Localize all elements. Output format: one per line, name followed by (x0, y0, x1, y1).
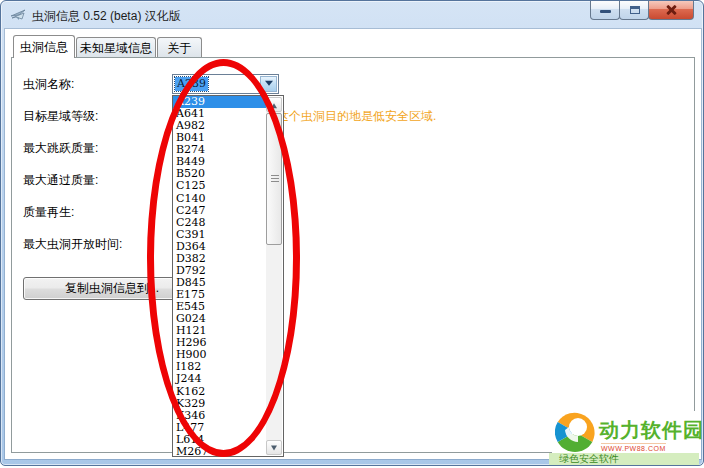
thumb-grip-icon (271, 175, 279, 183)
dropdown-option[interactable]: K329 (173, 398, 266, 410)
title-bar[interactable]: 虫洞信息 0.52 (beta) 汉化版 (1, 1, 703, 29)
dropdown-option[interactable]: C125 (173, 180, 266, 192)
arrow-up-icon (271, 100, 277, 108)
dropdown-option[interactable]: L477 (173, 422, 266, 434)
label-max-jump-mass: 最大跳跃质量: (23, 140, 98, 157)
close-button[interactable] (648, 1, 694, 20)
label-mass-regen: 质量再生: (23, 204, 74, 221)
dropdown-option[interactable]: C248 (173, 217, 266, 229)
site-url: WWW.PW88.COM (601, 443, 666, 452)
label-wormhole-name: 虫洞名称: (23, 76, 74, 93)
maximize-button[interactable] (619, 1, 649, 20)
wormhole-name-combobox[interactable]: A239 (172, 74, 279, 94)
arrow-down-icon (271, 445, 277, 453)
security-note: 这个虫洞目的地是低安全区域. (277, 108, 436, 125)
dropdown-option[interactable]: C140 (173, 193, 266, 205)
scroll-down-button[interactable] (266, 440, 282, 455)
dropdown-option[interactable]: K162 (173, 386, 266, 398)
scrollbar-thumb[interactable] (266, 113, 282, 245)
minimize-icon (600, 10, 611, 13)
combobox-value: A239 (175, 77, 208, 91)
minimize-button[interactable] (590, 1, 620, 20)
dropdown-option[interactable]: J244 (173, 373, 266, 385)
site-watermark: 动力软件园 WWW.PW88.COM 绿色安全软件 (549, 411, 699, 465)
close-icon (665, 4, 677, 16)
maximize-icon (630, 6, 640, 14)
label-target-region: 目标星域等级: (23, 108, 98, 125)
dropdown-option[interactable]: C391 (173, 229, 266, 241)
site-slogan: 绿色安全软件 (549, 453, 699, 465)
dropdown-option[interactable]: M267 (173, 446, 266, 456)
dropdown-option[interactable]: K346 (173, 410, 266, 422)
scroll-up-button[interactable] (266, 97, 282, 112)
site-name: 动力软件园 (599, 417, 704, 444)
window-title: 虫洞信息 0.52 (beta) 汉化版 (32, 8, 181, 25)
wormhole-dropdown-list: A239A641A982B041B274B449B520C125C140C247… (172, 95, 284, 457)
combobox-dropdown-button[interactable] (260, 76, 277, 92)
app-window: 虫洞信息 0.52 (beta) 汉化版 虫洞信息 未知星域信息 关于 虫洞名称… (0, 0, 704, 466)
app-icon (10, 7, 27, 22)
label-max-open-time: 最大虫洞开放时间: (23, 236, 122, 253)
tab-wormhole-info[interactable]: 虫洞信息 (13, 35, 75, 58)
label-max-pass-mass: 最大通过质量: (23, 172, 98, 189)
chevron-down-icon (265, 81, 273, 90)
dropdown-option[interactable]: C247 (173, 205, 266, 217)
tab-about[interactable]: 关于 (157, 37, 202, 57)
dropdown-scrollbar[interactable] (266, 97, 282, 455)
dropdown-option[interactable]: D364 (173, 241, 266, 253)
dropdown-items: A239A641A982B041B274B449B520C125C140C247… (173, 96, 266, 456)
dropdown-option[interactable]: L614 (173, 434, 266, 446)
tab-unknown-region-info[interactable]: 未知星域信息 (76, 37, 156, 57)
site-logo-icon (555, 412, 595, 452)
